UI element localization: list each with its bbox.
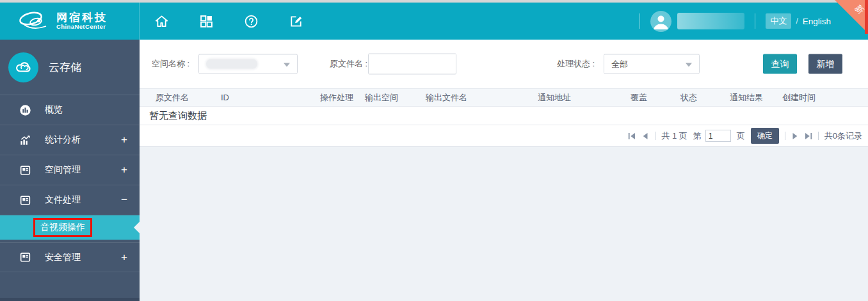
sidebar-footer-strip [0,298,140,301]
col-id: ID [221,93,320,102]
cloud-icon [15,59,32,76]
cloud-storage-badge [8,52,38,82]
pagination-divider [785,132,785,140]
ribbon-edge-strip [865,0,868,34]
sidebar-subitem-audio-video-active[interactable]: 音视频操作 [0,215,140,240]
window-icon [19,194,31,206]
col-notify-address: 通知地址 [538,92,631,104]
chevron-down-icon [686,63,692,66]
bar-chart-icon [19,134,31,146]
active-item-notch [134,222,140,233]
sidebar-item-label: 安全管理 [45,252,81,263]
header-divider [755,13,755,29]
product-brand: 云存储 [0,40,140,95]
source-filename-input[interactable] [368,54,456,75]
home-icon[interactable] [154,14,169,29]
add-button[interactable]: 新增 [808,54,842,74]
product-title: 云存储 [49,60,81,75]
col-output-space: 输出空间 [365,92,426,104]
source-filename-label: 原文件名 : [330,58,367,70]
window-icon [19,251,31,263]
expand-indicator: + [121,164,127,176]
annotation-highlight-box: 音视频操作 [33,218,92,237]
table-header-row: 原文件名 ID 操作处理 输出空间 输出文件名 通知地址 覆盖 状态 通知结果 … [140,88,868,107]
filter-bar: 空间名称 : 原文件名 : 处理状态 : 全部 查询 新增 [140,40,868,88]
pagination-divider [818,132,819,140]
space-name-select[interactable] [198,54,298,74]
col-output-filename: 输出文件名 [426,92,538,104]
confirm-page-button[interactable]: 确定 [751,128,779,144]
brand-name-en: ChinaNetCenter [56,24,108,30]
col-notify-result: 通知结果 [730,92,782,104]
prev-page-icon[interactable] [641,132,649,140]
sidebar-item-label: 空间管理 [45,164,81,176]
sidebar-item-label: 概览 [45,104,63,116]
next-page-icon[interactable] [791,132,799,140]
window-icon [19,164,31,176]
collapse-indicator: − [121,194,127,206]
app-window: 网宿科技 ChinaNetCenter [0,0,868,301]
lang-separator: / [796,17,798,26]
lang-chinese-toggle[interactable]: 中文 [766,13,791,29]
pagination-bar: 共 1 页 第 页 确定 共0条记录 [140,125,868,147]
first-page-icon[interactable] [628,132,636,140]
page-number-input[interactable] [705,130,731,142]
apps-grid-icon[interactable] [199,14,214,29]
col-source-filename: 原文件名 [156,92,221,104]
total-pages-text: 共 1 页 [661,130,687,142]
expand-indicator: + [121,134,127,146]
page-suffix: 页 [737,130,745,142]
sidebar-item-overview[interactable]: 概览 [0,95,140,125]
sidebar-item-space-management[interactable]: 空间管理 + [0,155,140,185]
brand-name-cn: 网宿科技 [56,12,108,24]
space-value-redacted [206,59,257,69]
header-nav [154,3,303,40]
help-icon[interactable] [244,14,259,29]
records-count-text: 共0条记录 [824,130,862,142]
sidebar-item-statistics[interactable]: 统计分析 + [0,125,140,155]
pagination-divider [655,132,655,140]
main-content: 空间名称 : 原文件名 : 处理状态 : 全部 查询 新增 原文件名 ID 操作… [140,40,868,301]
empty-state-row: 暂无查询数据 [140,107,868,125]
query-button[interactable]: 查询 [763,54,797,74]
brand-text: 网宿科技 ChinaNetCenter [56,12,108,30]
header-divider [639,13,640,29]
col-overwrite: 覆盖 [631,92,680,104]
top-header-bar: 网宿科技 ChinaNetCenter [0,3,868,40]
sidebar: 云存储 概览 统计分析 + [0,40,140,301]
sidebar-subitem-label: 音视频操作 [40,222,85,233]
sidebar-item-file-processing[interactable]: 文件处理 − [0,185,140,215]
col-status: 状态 [680,92,730,104]
sidebar-item-security-management[interactable]: 安全管理 + [0,242,140,272]
overview-icon [19,104,31,116]
chinanetcenter-swoosh-icon [17,10,54,33]
user-avatar[interactable] [650,11,671,32]
chevron-down-icon [284,63,290,66]
edit-icon[interactable] [289,14,303,29]
page-prefix: 第 [693,130,702,142]
username-redacted[interactable] [677,13,744,29]
empty-state-text: 暂无查询数据 [149,110,207,122]
process-status-label: 处理状态 : [557,58,595,70]
last-page-icon[interactable] [805,132,812,140]
process-status-value: 全部 [604,58,628,70]
col-create-time: 创建时间 [782,92,868,104]
col-operation: 操作处理 [320,92,365,104]
lang-english-toggle[interactable]: English [803,17,831,26]
space-name-label: 空间名称 : [152,58,189,70]
person-icon [650,11,671,32]
process-status-select[interactable]: 全部 [604,54,700,74]
sidebar-item-label: 文件处理 [45,194,81,206]
expand-indicator: + [121,251,127,264]
brand-logo[interactable]: 网宿科技 ChinaNetCenter [0,3,140,40]
sidebar-item-label: 统计分析 [45,134,81,146]
